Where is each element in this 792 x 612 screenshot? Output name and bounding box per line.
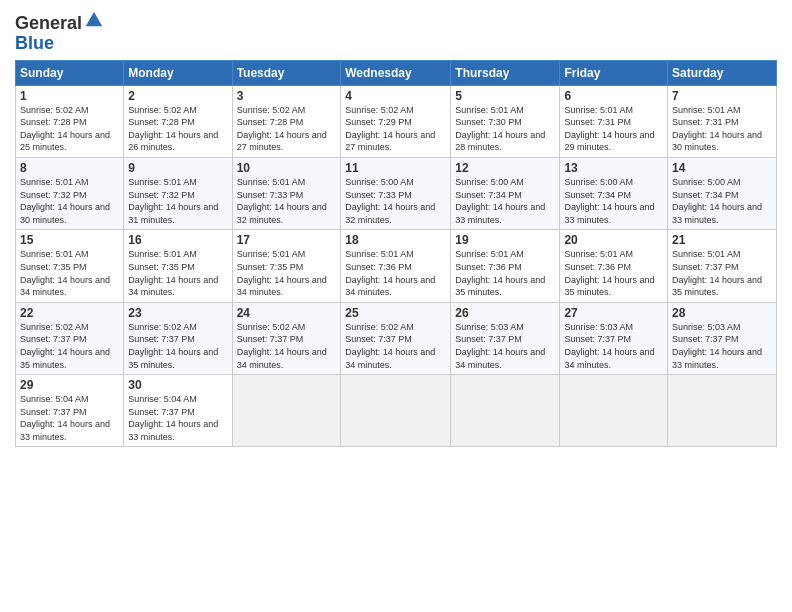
col-wednesday: Wednesday [341,60,451,85]
day-info: Sunrise: 5:00 AM Sunset: 7:34 PM Dayligh… [564,176,663,226]
day-info: Sunrise: 5:03 AM Sunset: 7:37 PM Dayligh… [564,321,663,371]
day-info: Sunrise: 5:01 AM Sunset: 7:33 PM Dayligh… [237,176,337,226]
calendar-cell: 9 Sunrise: 5:01 AM Sunset: 7:32 PM Dayli… [124,157,232,229]
day-number: 13 [564,161,663,175]
day-number: 28 [672,306,772,320]
day-number: 23 [128,306,227,320]
calendar-cell: 29 Sunrise: 5:04 AM Sunset: 7:37 PM Dayl… [16,375,124,447]
logo: General Blue [15,14,104,54]
logo-icon [84,10,104,30]
day-info: Sunrise: 5:01 AM Sunset: 7:35 PM Dayligh… [20,248,119,298]
calendar-cell [560,375,668,447]
day-number: 17 [237,233,337,247]
page: General Blue Sunday Monday Tuesday Wedne… [0,0,792,612]
day-number: 16 [128,233,227,247]
col-monday: Monday [124,60,232,85]
calendar-cell: 6 Sunrise: 5:01 AM Sunset: 7:31 PM Dayli… [560,85,668,157]
calendar-cell: 11 Sunrise: 5:00 AM Sunset: 7:33 PM Dayl… [341,157,451,229]
day-info: Sunrise: 5:02 AM Sunset: 7:28 PM Dayligh… [20,104,119,154]
calendar-cell: 16 Sunrise: 5:01 AM Sunset: 7:35 PM Dayl… [124,230,232,302]
day-number: 10 [237,161,337,175]
day-number: 6 [564,89,663,103]
calendar-cell: 14 Sunrise: 5:00 AM Sunset: 7:34 PM Dayl… [668,157,777,229]
day-number: 24 [237,306,337,320]
calendar-cell: 8 Sunrise: 5:01 AM Sunset: 7:32 PM Dayli… [16,157,124,229]
day-info: Sunrise: 5:02 AM Sunset: 7:37 PM Dayligh… [237,321,337,371]
calendar-cell: 26 Sunrise: 5:03 AM Sunset: 7:37 PM Dayl… [451,302,560,374]
calendar-week-2: 8 Sunrise: 5:01 AM Sunset: 7:32 PM Dayli… [16,157,777,229]
col-friday: Friday [560,60,668,85]
calendar-cell: 18 Sunrise: 5:01 AM Sunset: 7:36 PM Dayl… [341,230,451,302]
day-number: 14 [672,161,772,175]
day-info: Sunrise: 5:02 AM Sunset: 7:28 PM Dayligh… [237,104,337,154]
day-number: 22 [20,306,119,320]
calendar-cell: 19 Sunrise: 5:01 AM Sunset: 7:36 PM Dayl… [451,230,560,302]
day-number: 1 [20,89,119,103]
day-info: Sunrise: 5:01 AM Sunset: 7:31 PM Dayligh… [672,104,772,154]
day-number: 5 [455,89,555,103]
day-number: 15 [20,233,119,247]
calendar-cell [232,375,341,447]
day-number: 7 [672,89,772,103]
day-number: 12 [455,161,555,175]
logo-blue: Blue [15,34,104,54]
calendar-week-5: 29 Sunrise: 5:04 AM Sunset: 7:37 PM Dayl… [16,375,777,447]
calendar-cell: 22 Sunrise: 5:02 AM Sunset: 7:37 PM Dayl… [16,302,124,374]
logo-general: General [15,14,82,34]
day-info: Sunrise: 5:02 AM Sunset: 7:37 PM Dayligh… [345,321,446,371]
calendar-cell: 21 Sunrise: 5:01 AM Sunset: 7:37 PM Dayl… [668,230,777,302]
calendar-cell: 13 Sunrise: 5:00 AM Sunset: 7:34 PM Dayl… [560,157,668,229]
day-number: 11 [345,161,446,175]
day-info: Sunrise: 5:01 AM Sunset: 7:36 PM Dayligh… [345,248,446,298]
header-row: Sunday Monday Tuesday Wednesday Thursday… [16,60,777,85]
day-info: Sunrise: 5:02 AM Sunset: 7:28 PM Dayligh… [128,104,227,154]
calendar-cell: 1 Sunrise: 5:02 AM Sunset: 7:28 PM Dayli… [16,85,124,157]
calendar-cell [451,375,560,447]
day-number: 27 [564,306,663,320]
col-tuesday: Tuesday [232,60,341,85]
calendar-cell: 30 Sunrise: 5:04 AM Sunset: 7:37 PM Dayl… [124,375,232,447]
day-info: Sunrise: 5:00 AM Sunset: 7:33 PM Dayligh… [345,176,446,226]
day-info: Sunrise: 5:03 AM Sunset: 7:37 PM Dayligh… [455,321,555,371]
day-info: Sunrise: 5:02 AM Sunset: 7:37 PM Dayligh… [20,321,119,371]
calendar-week-1: 1 Sunrise: 5:02 AM Sunset: 7:28 PM Dayli… [16,85,777,157]
day-number: 20 [564,233,663,247]
day-number: 2 [128,89,227,103]
col-sunday: Sunday [16,60,124,85]
calendar-cell: 15 Sunrise: 5:01 AM Sunset: 7:35 PM Dayl… [16,230,124,302]
day-number: 19 [455,233,555,247]
calendar-week-3: 15 Sunrise: 5:01 AM Sunset: 7:35 PM Dayl… [16,230,777,302]
calendar-week-4: 22 Sunrise: 5:02 AM Sunset: 7:37 PM Dayl… [16,302,777,374]
svg-marker-0 [86,12,102,27]
calendar-cell: 17 Sunrise: 5:01 AM Sunset: 7:35 PM Dayl… [232,230,341,302]
day-info: Sunrise: 5:02 AM Sunset: 7:29 PM Dayligh… [345,104,446,154]
day-info: Sunrise: 5:02 AM Sunset: 7:37 PM Dayligh… [128,321,227,371]
col-saturday: Saturday [668,60,777,85]
calendar-cell: 3 Sunrise: 5:02 AM Sunset: 7:28 PM Dayli… [232,85,341,157]
day-info: Sunrise: 5:04 AM Sunset: 7:37 PM Dayligh… [20,393,119,443]
calendar-cell: 10 Sunrise: 5:01 AM Sunset: 7:33 PM Dayl… [232,157,341,229]
calendar-cell: 4 Sunrise: 5:02 AM Sunset: 7:29 PM Dayli… [341,85,451,157]
day-info: Sunrise: 5:01 AM Sunset: 7:37 PM Dayligh… [672,248,772,298]
day-info: Sunrise: 5:01 AM Sunset: 7:32 PM Dayligh… [20,176,119,226]
day-info: Sunrise: 5:01 AM Sunset: 7:36 PM Dayligh… [455,248,555,298]
calendar-table: Sunday Monday Tuesday Wednesday Thursday… [15,60,777,448]
day-info: Sunrise: 5:01 AM Sunset: 7:35 PM Dayligh… [128,248,227,298]
day-info: Sunrise: 5:00 AM Sunset: 7:34 PM Dayligh… [455,176,555,226]
day-number: 30 [128,378,227,392]
day-number: 29 [20,378,119,392]
day-number: 26 [455,306,555,320]
day-info: Sunrise: 5:01 AM Sunset: 7:36 PM Dayligh… [564,248,663,298]
day-number: 8 [20,161,119,175]
col-thursday: Thursday [451,60,560,85]
calendar-cell: 25 Sunrise: 5:02 AM Sunset: 7:37 PM Dayl… [341,302,451,374]
calendar-cell: 28 Sunrise: 5:03 AM Sunset: 7:37 PM Dayl… [668,302,777,374]
header: General Blue [15,10,777,54]
calendar-cell: 5 Sunrise: 5:01 AM Sunset: 7:30 PM Dayli… [451,85,560,157]
day-info: Sunrise: 5:00 AM Sunset: 7:34 PM Dayligh… [672,176,772,226]
day-info: Sunrise: 5:03 AM Sunset: 7:37 PM Dayligh… [672,321,772,371]
day-number: 18 [345,233,446,247]
calendar-cell: 2 Sunrise: 5:02 AM Sunset: 7:28 PM Dayli… [124,85,232,157]
calendar-cell: 24 Sunrise: 5:02 AM Sunset: 7:37 PM Dayl… [232,302,341,374]
day-info: Sunrise: 5:04 AM Sunset: 7:37 PM Dayligh… [128,393,227,443]
